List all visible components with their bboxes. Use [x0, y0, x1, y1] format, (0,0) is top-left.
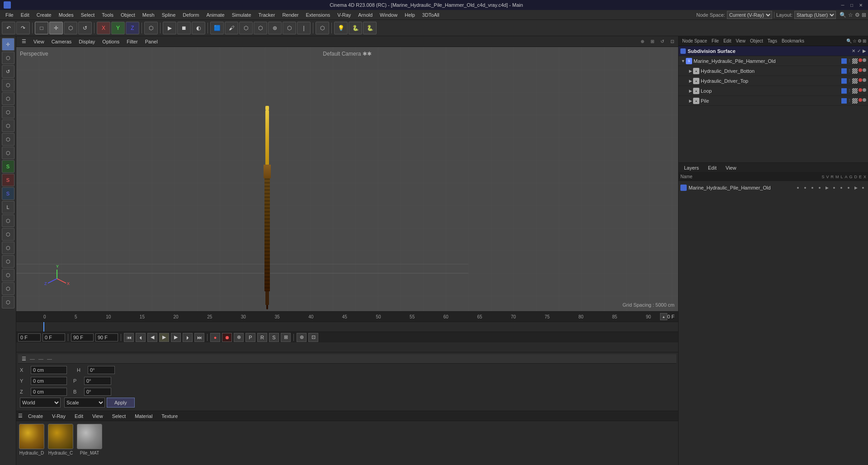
tool-material-s2[interactable]: S	[2, 174, 14, 186]
prev-frame-button[interactable]: ⏴	[136, 333, 146, 342]
cube-button[interactable]: 🟦	[210, 22, 224, 34]
menu-mesh[interactable]: Mesh	[139, 11, 158, 19]
badge-blue-loop[interactable]	[841, 88, 847, 94]
vp-zoom-icon[interactable]: ⊞	[648, 38, 656, 46]
tab-nodespace[interactable]: Node Space	[680, 38, 709, 44]
badge-dot-hdt[interactable]: ⋮	[848, 78, 851, 84]
tool-magnet2[interactable]: ⬡	[2, 269, 14, 281]
current-frame-field[interactable]	[42, 333, 65, 342]
viewport[interactable]: X Y Z Perspective Default Camera ✱✱ Grid…	[16, 47, 678, 311]
fullscreen-icon[interactable]: ⊞	[862, 12, 866, 18]
obj-header-arrow[interactable]: ▶	[863, 48, 866, 53]
vp-panel-menu[interactable]: Panel	[142, 38, 161, 45]
badge-checker-hdt[interactable]	[852, 78, 858, 84]
badge-blue-hdb[interactable]	[841, 68, 847, 74]
goto-start-button[interactable]: ⏮	[124, 333, 134, 342]
badge-checker-loop[interactable]	[852, 88, 858, 94]
poly-select-button[interactable]: ⬡	[144, 22, 158, 34]
layer-e-icon[interactable]: ▶	[853, 185, 859, 190]
tool-shape[interactable]: ⬡	[2, 92, 14, 105]
layer-s-icon[interactable]: ●	[795, 185, 801, 190]
menu-object[interactable]: Object	[117, 11, 139, 19]
settings-icon[interactable]: ⚙	[855, 12, 860, 18]
timeline-playhead[interactable]	[43, 322, 44, 332]
start-frame-field[interactable]	[18, 333, 41, 342]
layer-x-icon[interactable]: ●	[860, 185, 866, 190]
tool-move[interactable]: ✛	[2, 38, 14, 51]
panel-full-icon[interactable]: ⊞	[863, 38, 866, 43]
timeline-track[interactable]	[16, 322, 678, 332]
magnet-button[interactable]: ⬡	[316, 22, 329, 34]
panel-star-icon[interactable]: ☆	[853, 38, 857, 43]
expand-loop[interactable]: ▶	[688, 88, 693, 94]
minimize-button[interactable]: ─	[839, 1, 846, 9]
hdt-circle-red[interactable]	[859, 78, 862, 82]
close-button[interactable]: ✕	[857, 1, 864, 9]
menu-file[interactable]: File	[2, 11, 17, 19]
layers-edit-menu[interactable]: Edit	[704, 164, 720, 171]
expand-hdt[interactable]: ▶	[688, 78, 693, 84]
redo-button[interactable]: ↷	[16, 22, 30, 34]
render-preview-button[interactable]: ▶	[163, 22, 176, 34]
nodespace-select[interactable]: Current (V-Ray)	[727, 11, 772, 19]
panel-settings-icon[interactable]: ⚙	[858, 38, 862, 43]
hdb-circle-red[interactable]	[859, 68, 862, 72]
mat-vray-menu[interactable]: V-Ray	[48, 413, 69, 420]
menu-render[interactable]: Render	[278, 11, 302, 19]
layout-select[interactable]: Startup (User)	[794, 11, 836, 19]
layer-row-marine[interactable]: Marine_Hydraulic_Pile_Hammer_Old ● ● ● ●…	[680, 183, 866, 193]
circle-grey[interactable]	[863, 58, 866, 62]
light-button[interactable]: 💡	[334, 22, 348, 34]
layer-a-icon[interactable]: ●	[831, 185, 837, 190]
tool-pen[interactable]: ⬡	[2, 214, 14, 227]
timeline-mode2[interactable]: ⊡	[308, 333, 318, 342]
tool-scale[interactable]: ⬡	[2, 79, 14, 91]
render-stop-button[interactable]: ⏹	[177, 22, 191, 34]
layer-v-icon[interactable]: ●	[802, 185, 808, 190]
loop-circle-grey[interactable]	[863, 88, 866, 92]
attr-z-field[interactable]	[31, 388, 67, 396]
viewport-hamburger[interactable]: ☰	[18, 38, 30, 45]
obj-row-hdb[interactable]: ▶ ▲ Hydraulic_Driver_Botton ⋮	[679, 66, 868, 76]
mat-edit-menu[interactable]: Edit	[71, 413, 87, 420]
badge-dot-hdb[interactable]: ⋮	[848, 68, 851, 74]
mat-view-menu[interactable]: View	[89, 413, 107, 420]
expand-pile[interactable]: ▶	[688, 98, 693, 104]
menu-tracker[interactable]: Tracker	[255, 11, 279, 19]
mat-create-menu[interactable]: Create	[24, 413, 47, 420]
obj-row-pile[interactable]: ▶ ▲ Pile ⋮	[679, 96, 868, 106]
polygon-button[interactable]: ⬡	[254, 22, 267, 34]
mat-texture-menu[interactable]: Texture	[158, 413, 181, 420]
expand-marine[interactable]: ▼	[680, 58, 686, 64]
menu-arnold[interactable]: Arnold	[354, 11, 376, 19]
tool-knife[interactable]: ⬡	[2, 133, 14, 146]
hdb-circle-grey[interactable]	[863, 68, 866, 72]
python-button[interactable]: 🐍	[349, 22, 362, 34]
menu-extensions[interactable]: Extensions	[302, 11, 334, 19]
tool-material-s3[interactable]: S	[2, 187, 14, 200]
tool-rotate[interactable]: ↺	[2, 65, 14, 78]
tool-edge[interactable]: ⬡	[2, 228, 14, 241]
menu-window[interactable]: Window	[376, 11, 401, 19]
material-item-1[interactable]: Hydraulic_D	[19, 424, 44, 456]
key-scale-button[interactable]: S	[269, 333, 279, 342]
search-icon[interactable]: 🔍	[840, 12, 846, 18]
next-keyframe-button[interactable]: ▶	[171, 333, 181, 342]
end-frame-field[interactable]	[71, 333, 94, 342]
layer-d-icon[interactable]: ●	[845, 185, 852, 190]
material-item-2[interactable]: Hydraulic_C	[48, 424, 73, 456]
menu-3dtoall[interactable]: 3DToAll	[419, 11, 443, 19]
attr-b-field[interactable]	[84, 388, 111, 396]
select-button[interactable]: □	[35, 22, 48, 34]
timeline-mode1[interactable]: ⊛	[297, 333, 307, 342]
attr-p-field[interactable]	[84, 377, 111, 385]
tool-extrude[interactable]: ⬡	[2, 106, 14, 119]
apply-button[interactable]: Apply	[107, 398, 135, 408]
tool-smooth[interactable]: ⬡	[2, 255, 14, 268]
circle-red[interactable]	[859, 58, 862, 62]
menu-simulate[interactable]: Simulate	[228, 11, 255, 19]
vp-move-icon[interactable]: ⊕	[638, 38, 646, 46]
layers-menu[interactable]: Layers	[680, 164, 703, 171]
tab-edit[interactable]: Edit	[722, 38, 733, 44]
badge-dot-loop[interactable]: ⋮	[848, 88, 851, 94]
